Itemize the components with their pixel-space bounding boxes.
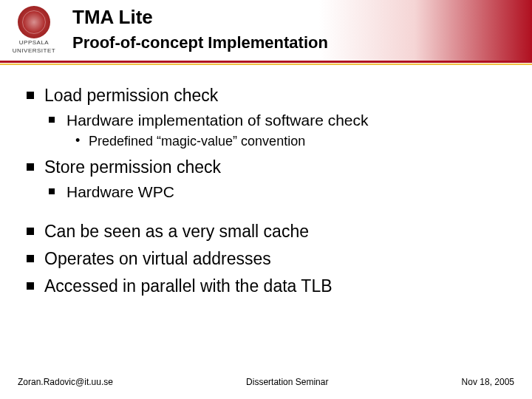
- bullet-text: Accessed in parallel with the data TLB: [44, 276, 332, 296]
- bullet-text: Hardware WPC: [66, 183, 174, 200]
- logo-seal-icon: [18, 6, 50, 38]
- slide-subtitle: Proof-of-concept Implementation: [72, 33, 328, 52]
- slide-header: UPPSALA UNIVERSITET TMA Lite Proof-of-co…: [0, 0, 532, 64]
- bullet-text: Operates on virtual addresses: [44, 249, 271, 268]
- bullet-text: Can be seen as a very small cache: [44, 222, 309, 241]
- divider-bars: [0, 61, 532, 65]
- bullet-item: Hardware implementation of software chec…: [49, 110, 513, 151]
- slide-title: TMA Lite: [72, 6, 328, 29]
- bullet-item: Load permission check Hardware implement…: [27, 84, 513, 151]
- bullet-list: Can be seen as a very small cache Operat…: [27, 220, 513, 298]
- bullet-text: Load permission check: [44, 86, 218, 105]
- slide-content: Load permission check Hardware implement…: [0, 64, 532, 298]
- bullet-item: Operates on virtual addresses: [27, 248, 513, 270]
- bullet-item: Can be seen as a very small cache: [27, 220, 513, 243]
- divider-red: [0, 61, 532, 63]
- bullet-item: Accessed in parallel with the data TLB: [27, 275, 513, 298]
- university-logo: UPPSALA UNIVERSITET: [12, 6, 56, 55]
- bullet-text: Hardware implementation of software chec…: [66, 112, 369, 129]
- logo-text-line2: UNIVERSITET: [12, 48, 56, 55]
- logo-text-line1: UPPSALA: [12, 40, 56, 47]
- bullet-text: Predefined “magic-value” convention: [89, 134, 305, 149]
- divider-yellow: [0, 64, 532, 65]
- bullet-item: Predefined “magic-value” convention: [74, 132, 513, 151]
- slide-footer: Zoran.Radovic@it.uu.se Dissertation Semi…: [18, 377, 514, 387]
- title-block: TMA Lite Proof-of-concept Implementation: [72, 6, 328, 52]
- bullet-item: Store permission check Hardware WPC: [27, 156, 513, 202]
- bullet-item: Hardware WPC: [49, 182, 513, 202]
- bullet-text: Store permission check: [44, 157, 221, 177]
- footer-left: Zoran.Radovic@it.uu.se: [18, 377, 113, 387]
- footer-center: Dissertation Seminar: [113, 377, 462, 387]
- bullet-list: Load permission check Hardware implement…: [27, 84, 513, 202]
- footer-right: Nov 18, 2005: [462, 377, 514, 387]
